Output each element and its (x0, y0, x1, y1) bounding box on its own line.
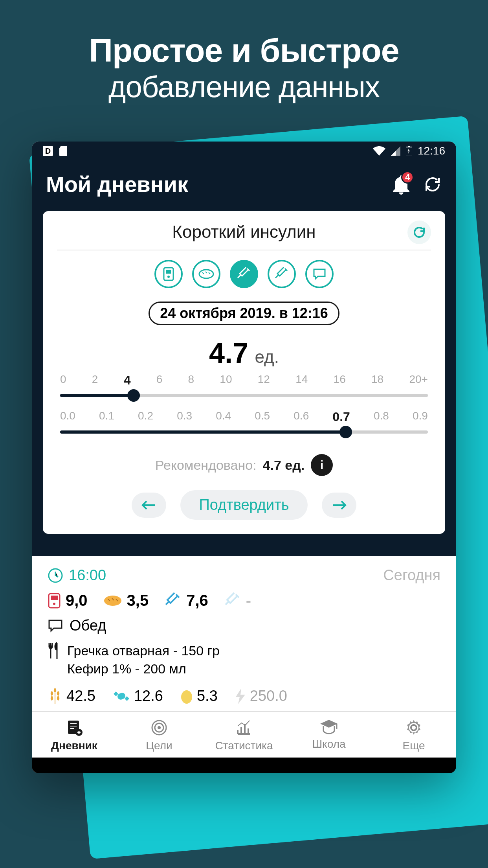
value-unit: ед. (255, 347, 279, 366)
confirm-button[interactable]: Подтвердить (180, 490, 308, 520)
card-refresh-button[interactable] (407, 221, 431, 244)
tab-diary[interactable]: Дневник (32, 712, 117, 758)
bread-icon (198, 268, 214, 280)
slider-integer-ticks: 02468101214161820+ (57, 373, 431, 388)
app-icon: D (43, 146, 53, 156)
svg-point-10 (104, 596, 121, 606)
meter-icon (162, 267, 175, 281)
tab-bar: Дневник Цели Статистика Школа Еще (32, 711, 456, 758)
food-row: Гречка отварная - 150 грКефир 1% - 200 м… (48, 642, 440, 678)
svg-point-9 (53, 603, 55, 605)
info-button[interactable]: i (311, 454, 333, 476)
prev-button[interactable] (132, 493, 166, 518)
svg-rect-1 (408, 146, 410, 147)
promo-header: Простое и быстрое добавление данных (0, 0, 488, 120)
svg-point-17 (158, 726, 161, 729)
android-nav-bar (32, 758, 456, 773)
tab-school[interactable]: Школа (286, 712, 371, 758)
graduation-icon (319, 719, 338, 735)
nutri-energy: 250.0 (235, 688, 287, 704)
wheat-icon (48, 688, 62, 705)
tab-stats[interactable]: Статистика (202, 712, 286, 758)
app-header: Мой дневник 4 (32, 160, 456, 211)
metric-insulin-short: 7,6 (164, 592, 208, 609)
candy-icon (113, 690, 130, 702)
value-display: 4.7 ед. (57, 329, 431, 373)
recommend-value: 4.7 ед. (263, 458, 305, 473)
log-day: Сегодня (383, 567, 440, 584)
svg-point-4 (167, 276, 170, 278)
svg-rect-3 (166, 270, 171, 274)
page-title: Мой дневник (46, 171, 188, 197)
bread-tab[interactable] (192, 260, 220, 288)
tab-goals[interactable]: Цели (117, 712, 202, 758)
svg-rect-2 (164, 268, 173, 280)
recommend-label: Рекомендовано: (155, 458, 257, 473)
refresh-icon (412, 225, 426, 239)
metric-insulin-long: - (224, 592, 251, 609)
status-time: 12:16 (418, 145, 445, 157)
metric-bread: 3,5 (103, 592, 149, 609)
battery-icon (406, 146, 412, 156)
arrow-left-icon (141, 500, 157, 511)
notifications-button[interactable]: 4 (392, 174, 411, 195)
cutlery-icon (48, 642, 61, 659)
arrow-right-icon (331, 500, 347, 511)
metric-glucose: 9,0 (48, 592, 88, 609)
insulin-long-tab[interactable] (268, 260, 296, 288)
meter-icon (48, 593, 61, 609)
food-list: Гречка отварная - 150 грКефир 1% - 200 м… (67, 642, 220, 678)
category-icons (57, 250, 431, 298)
bread-icon (103, 594, 122, 607)
nutri-carbs: 42.5 (48, 688, 95, 705)
slider-decimal-ticks: 0.00.10.20.30.40.50.60.70.80.9 (57, 410, 431, 424)
svg-rect-11 (117, 692, 126, 701)
phone-frame: D 12:16 Мой дневник 4 Короткий инсулин (32, 142, 456, 773)
wifi-icon (373, 146, 385, 156)
recommendation: Рекомендовано: 4.7 ед. i (57, 446, 431, 484)
chart-icon (235, 719, 253, 736)
clock-icon (48, 568, 63, 583)
card-title: Короткий инсулин (172, 222, 316, 242)
glucose-tab[interactable] (154, 260, 183, 288)
insulin-short-tab[interactable] (230, 260, 258, 288)
syringe-icon (164, 592, 182, 609)
next-button[interactable] (322, 493, 356, 518)
bolt-icon (235, 688, 246, 704)
svg-point-5 (199, 270, 213, 278)
tab-more[interactable]: Еще (371, 712, 456, 758)
log-entry: 16:00 Сегодня 9,0 3,5 7,6 - (32, 556, 456, 711)
notification-badge: 4 (401, 171, 414, 184)
status-bar: D 12:16 (32, 142, 456, 160)
slider-decimal[interactable] (60, 430, 428, 434)
sync-icon[interactable] (423, 175, 442, 194)
diary-icon (66, 719, 83, 736)
comment-icon (48, 619, 63, 633)
entry-card: Короткий инсулин (43, 211, 445, 534)
nutri-fat: 5.3 (180, 688, 218, 704)
meal-row: Обед (48, 617, 440, 634)
promo-title-light: добавление данных (16, 70, 472, 104)
egg-icon (180, 688, 193, 704)
comment-icon (312, 268, 327, 280)
meal-name: Обед (70, 617, 106, 634)
promo-title-bold: Простое и быстрое (16, 31, 472, 70)
syringe-icon (224, 592, 241, 609)
target-icon (150, 719, 168, 736)
svg-point-12 (181, 690, 192, 704)
nutri-protein: 12.6 (113, 688, 163, 704)
svg-rect-8 (51, 596, 58, 600)
value-number: 4.7 (209, 337, 248, 369)
slider-integer[interactable] (60, 394, 428, 397)
sd-card-icon (59, 146, 68, 156)
signal-icon (391, 146, 400, 156)
gear-icon (405, 719, 422, 736)
log-time: 16:00 (69, 567, 106, 584)
syringe-icon (274, 266, 290, 282)
datetime-button[interactable]: 24 октября 2019. в 12:16 (149, 302, 339, 325)
comment-tab[interactable] (305, 260, 334, 288)
syringe-icon (236, 266, 252, 282)
